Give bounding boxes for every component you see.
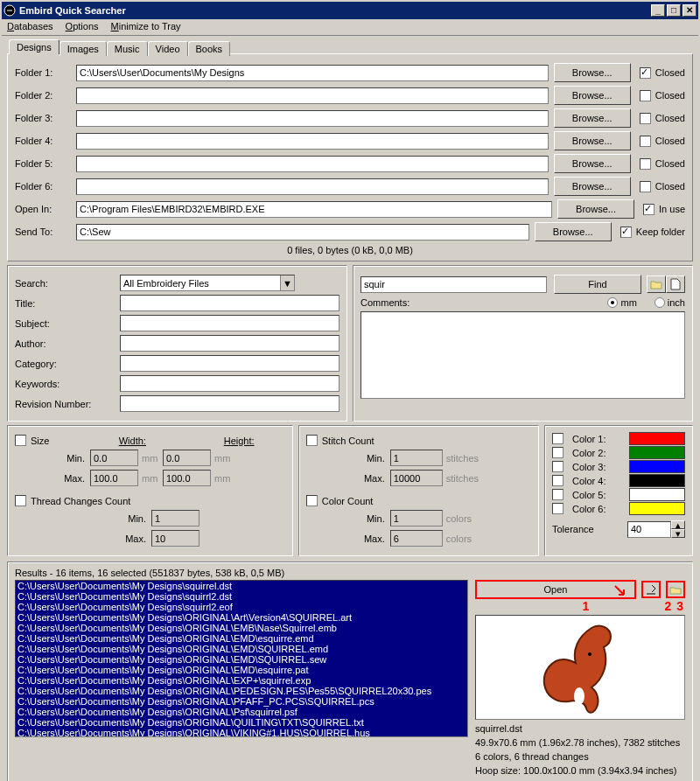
height-max[interactable] [163, 470, 211, 486]
open-in-input[interactable] [76, 201, 552, 218]
menu-minimize-tray[interactable]: Minimize to Tray [111, 21, 181, 31]
tab-video[interactable]: Video [148, 41, 188, 56]
colorcount-min[interactable] [390, 510, 443, 526]
color-4-swatch[interactable] [629, 474, 685, 487]
color-6-swatch[interactable] [629, 502, 685, 515]
folder-2-browse[interactable]: Browse... [554, 86, 631, 105]
height-min[interactable] [163, 450, 211, 466]
color-3-checkbox[interactable] [552, 461, 564, 472]
folder-3-browse[interactable]: Browse... [554, 108, 631, 128]
folder-6-input[interactable] [76, 178, 549, 195]
size-checkbox[interactable] [15, 435, 26, 446]
folder-open-icon[interactable] [647, 275, 666, 293]
subject-input[interactable] [120, 315, 340, 331]
stitch-max[interactable] [390, 470, 443, 486]
minimize-button[interactable]: _ [651, 4, 665, 17]
find-button[interactable]: Find [554, 275, 641, 294]
color-3-swatch[interactable] [629, 460, 685, 473]
list-item[interactable]: C:\Users\User\Documents\My Designs\ORIGI… [16, 623, 467, 633]
tab-books[interactable]: Books [188, 41, 231, 56]
stitch-min[interactable] [390, 450, 443, 466]
folder-4-input[interactable] [76, 133, 549, 150]
open-in-app-icon[interactable] [641, 581, 661, 598]
folder-6-browse[interactable]: Browse... [554, 177, 631, 196]
colorcount-checkbox[interactable] [306, 495, 318, 506]
list-item[interactable]: C:\Users\User\Documents\My Designs\ORIGI… [16, 675, 467, 686]
keep-folder-checkbox[interactable] [620, 227, 632, 238]
list-item[interactable]: C:\Users\User\Documents\My Designs\ORIGI… [16, 696, 467, 707]
keywords-label: Keywords: [15, 379, 120, 389]
menubar: Databases Options Minimize to Tray [2, 19, 698, 36]
new-file-icon[interactable] [666, 275, 685, 293]
maximize-button[interactable]: □ [667, 4, 681, 17]
thread-max[interactable] [151, 530, 200, 547]
revision-input[interactable] [120, 395, 340, 412]
thread-min[interactable] [151, 510, 200, 526]
folder-2-input[interactable] [76, 87, 549, 104]
color-1-checkbox[interactable] [552, 433, 564, 444]
folder-4-closed-checkbox[interactable] [640, 136, 651, 147]
list-item[interactable]: C:\Users\User\Documents\My Designs\squir… [16, 591, 467, 602]
filetype-combo[interactable]: All Embroidery Files ▼ [120, 275, 295, 291]
tolerance-input[interactable] [627, 521, 671, 538]
color-5-swatch[interactable] [629, 488, 685, 501]
close-button[interactable]: ✕ [682, 4, 696, 17]
in-use-checkbox[interactable] [643, 204, 654, 215]
color-5-checkbox[interactable] [552, 489, 564, 500]
color-2-swatch[interactable] [629, 446, 685, 459]
color-4-checkbox[interactable] [552, 475, 564, 486]
list-item[interactable]: C:\Users\User\Documents\My Designs\ORIGI… [16, 633, 467, 644]
folder-1-closed-checkbox[interactable] [640, 67, 651, 79]
send-to-icon[interactable] [666, 581, 685, 598]
inch-radio[interactable] [654, 297, 665, 308]
folder-3-input[interactable] [76, 110, 549, 127]
keywords-input[interactable] [120, 375, 340, 392]
open-button[interactable]: Open [475, 580, 636, 599]
color-2-checkbox[interactable] [552, 447, 564, 458]
send-to-browse[interactable]: Browse... [535, 222, 612, 241]
mm-radio[interactable] [607, 297, 618, 308]
send-to-input[interactable] [76, 224, 529, 241]
titlebar[interactable]: Embird Quick Searcher _ □ ✕ [2, 2, 698, 19]
thread-checkbox[interactable] [15, 495, 26, 506]
chevron-down-icon[interactable]: ▼ [280, 275, 294, 290]
tab-images[interactable]: Images [60, 41, 107, 56]
color-1-swatch[interactable] [629, 432, 685, 445]
list-item[interactable]: C:\Users\User\Documents\My Designs\ORIGI… [16, 654, 467, 665]
tab-music[interactable]: Music [107, 41, 148, 56]
width-max[interactable] [90, 470, 138, 486]
list-item[interactable]: C:\Users\User\Documents\My Designs\ORIGI… [16, 707, 467, 717]
tab-designs[interactable]: Designs [9, 39, 60, 54]
folder-5-browse[interactable]: Browse... [554, 154, 631, 173]
list-item[interactable]: C:\Users\User\Documents\My Designs\ORIGI… [16, 665, 467, 675]
folder-1-input[interactable] [76, 65, 549, 81]
folder-2-closed-checkbox[interactable] [640, 90, 651, 101]
stitch-checkbox[interactable] [306, 435, 318, 446]
list-item[interactable]: C:\Users\User\Documents\My Designs\ORIGI… [16, 612, 467, 623]
tolerance-down[interactable]: ▾ [671, 529, 685, 538]
folder-4-browse[interactable]: Browse... [554, 131, 631, 150]
folder-3-closed-checkbox[interactable] [640, 113, 651, 124]
colorcount-max[interactable] [390, 530, 443, 547]
results-list[interactable]: C:\Users\User\Documents\My Designs\squir… [15, 580, 468, 737]
width-min[interactable] [90, 450, 138, 466]
list-item[interactable]: C:\Users\User\Documents\My Designs\squir… [16, 602, 467, 612]
comments-textarea[interactable] [360, 311, 685, 399]
folder-5-input[interactable] [76, 156, 549, 172]
author-input[interactable] [120, 335, 340, 352]
folder-1-browse[interactable]: Browse... [554, 63, 631, 82]
list-item[interactable]: C:\Users\User\Documents\My Designs\squir… [16, 581, 467, 591]
menu-options[interactable]: Options [66, 21, 99, 31]
list-item[interactable]: C:\Users\User\Documents\My Designs\ORIGI… [16, 644, 467, 654]
list-item[interactable]: C:\Users\User\Documents\My Designs\ORIGI… [16, 717, 467, 728]
open-in-browse[interactable]: Browse... [557, 199, 634, 219]
search-query-input[interactable] [360, 276, 547, 293]
menu-databases[interactable]: Databases [7, 21, 53, 31]
color-6-checkbox[interactable] [552, 503, 564, 514]
folder-6-closed-checkbox[interactable] [640, 181, 651, 192]
title-input[interactable] [120, 295, 340, 311]
list-item[interactable]: C:\Users\User\Documents\My Designs\ORIGI… [16, 728, 467, 737]
category-input[interactable] [120, 355, 340, 372]
list-item[interactable]: C:\Users\User\Documents\My Designs\ORIGI… [16, 686, 467, 696]
folder-5-closed-checkbox[interactable] [640, 158, 651, 170]
